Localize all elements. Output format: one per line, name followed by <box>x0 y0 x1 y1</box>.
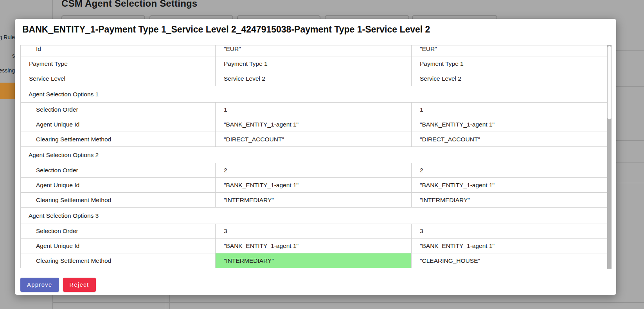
row-label: Clearing Settlement Method <box>21 253 216 268</box>
cell-left-value: Payment Type 1 <box>216 56 412 71</box>
row-label: Clearing Settlement Method <box>21 132 216 147</box>
table-row: Selection Order11 <box>21 103 608 117</box>
approve-button[interactable]: Approve <box>20 278 59 292</box>
cell-right-value: "BANK_ENTITY_1-agent 1" <box>412 117 608 132</box>
cell-right-value: Service Level 2 <box>412 71 608 86</box>
bg-row-line <box>52 302 644 303</box>
cell-right-value: "DIRECT_ACCOUNT" <box>412 132 608 147</box>
row-label: Agent Unique Id <box>21 239 216 253</box>
section-row: Agent Selection Options 3 <box>21 208 608 224</box>
section-row: Agent Selection Options 1 <box>21 86 608 103</box>
row-label: Selection Order <box>21 163 216 178</box>
cell-right-value: 2 <box>412 163 608 178</box>
cell-left-value: "INTERMEDIARY" <box>216 193 412 208</box>
cell-left-value: "BANK_ENTITY_1-agent 1" <box>216 239 412 253</box>
cell-right-value: 3 <box>412 224 608 239</box>
cell-left-value: "INTERMEDIARY" <box>216 253 412 268</box>
section-label: Agent Selection Options 2 <box>21 147 608 163</box>
cell-left-value: 3 <box>216 224 412 239</box>
modal-title: BANK_ENTITY_1-Payment Type 1_Service Lev… <box>22 24 430 35</box>
cell-left-value: Service Level 2 <box>216 71 412 86</box>
cell-right-value: Payment Type 1 <box>412 56 608 71</box>
table-row: Id"EUR""EUR" <box>21 45 608 56</box>
modal-actions: Approve Reject <box>20 278 96 292</box>
table-row: Agent Unique Id"BANK_ENTITY_1-agent 1""B… <box>21 239 608 253</box>
cell-left-value: 2 <box>216 163 412 178</box>
diff-approval-modal: BANK_ENTITY_1-Payment Type 1_Service Lev… <box>15 19 616 295</box>
table-scrollbar-track[interactable] <box>607 45 612 269</box>
table-row: Agent Unique Id"BANK_ENTITY_1-agent 1""B… <box>21 178 608 193</box>
table-row: Selection Order22 <box>21 163 608 178</box>
table-row: Payment TypePayment Type 1Payment Type 1 <box>21 56 608 71</box>
table-scrollbar-thumb[interactable] <box>607 46 612 119</box>
reject-button[interactable]: Reject <box>63 278 96 292</box>
cell-right-value: "INTERMEDIARY" <box>412 193 608 208</box>
cell-right-value: 1 <box>412 103 608 117</box>
bg-sidebar-item: essing <box>0 67 15 74</box>
table-row: Clearing Settlement Method"DIRECT_ACCOUN… <box>21 132 608 147</box>
section-label: Agent Selection Options 1 <box>21 86 608 103</box>
cell-right-value: "CLEARING_HOUSE" <box>412 253 608 268</box>
diff-table: Id"EUR""EUR"Payment TypePayment Type 1Pa… <box>20 45 607 268</box>
cell-left-value: "BANK_ENTITY_1-agent 1" <box>216 117 412 132</box>
table-row: Service LevelService Level 2Service Leve… <box>21 71 608 86</box>
row-label: Clearing Settlement Method <box>21 193 216 208</box>
section-row: Agent Selection Options 2 <box>21 147 608 163</box>
row-label: Selection Order <box>21 103 216 117</box>
cell-left-value: "EUR" <box>216 45 412 56</box>
row-label: Payment Type <box>21 56 216 71</box>
cell-left-value: 1 <box>216 103 412 117</box>
table-row: Selection Order33 <box>21 224 608 239</box>
cell-right-value: "BANK_ENTITY_1-agent 1" <box>412 239 608 253</box>
row-label: Agent Unique Id <box>21 178 216 193</box>
section-label: Agent Selection Options 3 <box>21 208 608 224</box>
row-label: Agent Unique Id <box>21 117 216 132</box>
row-label: Selection Order <box>21 224 216 239</box>
table-row: Clearing Settlement Method"INTERMEDIARY"… <box>21 193 608 208</box>
cell-right-value: "BANK_ENTITY_1-agent 1" <box>412 178 608 193</box>
bg-sidebar-item: s <box>12 52 15 59</box>
cell-right-value: "EUR" <box>412 45 608 56</box>
table-row: Agent Unique Id"BANK_ENTITY_1-agent 1""B… <box>21 117 608 132</box>
row-label: Id <box>21 45 216 56</box>
diff-table-viewport: Id"EUR""EUR"Payment TypePayment Type 1Pa… <box>20 45 607 269</box>
row-label: Service Level <box>21 71 216 86</box>
bg-page-title: CSM Agent Selection Settings <box>61 0 197 9</box>
cell-left-value: "DIRECT_ACCOUNT" <box>216 132 412 147</box>
bg-sidebar-item: g Rule <box>0 34 15 40</box>
cell-left-value: "BANK_ENTITY_1-agent 1" <box>216 178 412 193</box>
table-row: Clearing Settlement Method"INTERMEDIARY"… <box>21 253 608 268</box>
